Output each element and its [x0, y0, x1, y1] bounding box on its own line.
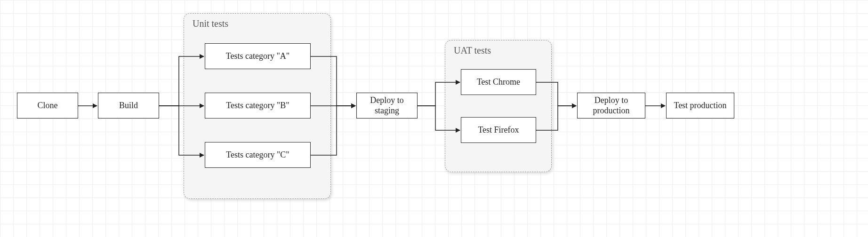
- node-test-production[interactable]: Test production: [666, 93, 734, 118]
- group-unit-tests-title: Unit tests: [193, 18, 228, 29]
- group-uat-tests: UAT tests: [445, 40, 552, 172]
- node-test-chrome-label: Test Chrome: [477, 77, 520, 87]
- node-test-firefox-label: Test Firefox: [478, 125, 519, 135]
- node-deploy-staging[interactable]: Deploy to staging: [356, 93, 418, 118]
- node-tests-c[interactable]: Tests category "C": [205, 142, 311, 168]
- node-test-production-label: Test production: [674, 101, 726, 111]
- group-uat-tests-title: UAT tests: [454, 45, 491, 56]
- node-deploy-production[interactable]: Deploy to production: [577, 93, 645, 118]
- node-tests-c-label: Tests category "C": [226, 150, 289, 160]
- node-test-chrome[interactable]: Test Chrome: [461, 69, 536, 95]
- flowchart-canvas: Unit tests UAT tests Clone Build Tests c…: [0, 0, 868, 237]
- node-tests-b-label: Tests category "B": [226, 101, 289, 111]
- node-clone[interactable]: Clone: [17, 93, 78, 118]
- node-tests-a[interactable]: Tests category "A": [205, 43, 311, 69]
- node-tests-a-label: Tests category "A": [226, 51, 289, 62]
- edges-layer: [0, 0, 868, 237]
- node-clone-label: Clone: [38, 101, 58, 111]
- node-build[interactable]: Build: [98, 93, 159, 118]
- node-test-firefox[interactable]: Test Firefox: [461, 117, 536, 143]
- node-deploy-production-label: Deploy to production: [581, 95, 641, 116]
- node-tests-b[interactable]: Tests category "B": [205, 93, 311, 118]
- node-deploy-staging-label: Deploy to staging: [361, 95, 413, 116]
- node-build-label: Build: [119, 101, 138, 111]
